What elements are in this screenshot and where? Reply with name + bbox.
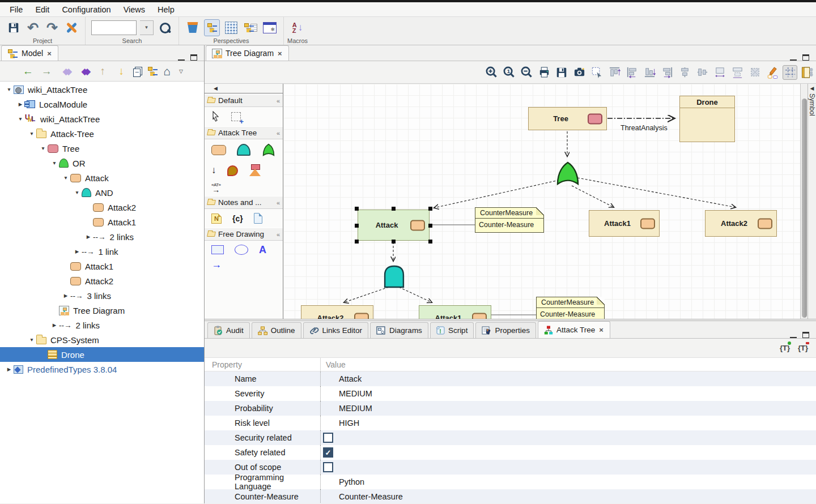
attack2-tag-icon[interactable]	[354, 313, 369, 319]
forward-arrow-icon[interactable]: →	[40, 65, 53, 78]
tab-attack-tree[interactable]: Attack Tree ×	[538, 321, 610, 338]
node-drone[interactable]: Drone	[679, 96, 735, 142]
move-up-icon[interactable]: ↑	[96, 65, 109, 78]
tree-item-wiki-attacktree[interactable]: ▼UMLwiki_AttackTree	[0, 112, 204, 126]
fit-page-icon[interactable]	[747, 65, 762, 80]
palette-document-tool[interactable]	[254, 213, 262, 224]
tree-item-attack2[interactable]: Attack2	[0, 200, 204, 215]
property-value[interactable]: HIGH	[339, 418, 359, 428]
palette-cursor-tool[interactable]	[211, 111, 220, 122]
property-row-risk-level[interactable]: Risk levelHIGH	[205, 416, 816, 430]
palette-rectangle-tool[interactable]	[211, 245, 224, 254]
window-perspective-icon[interactable]	[262, 19, 278, 36]
close-icon[interactable]: ×	[46, 49, 52, 58]
palette-and-gate-tool[interactable]	[237, 144, 250, 156]
search-dropdown-button[interactable]: ▼	[140, 20, 154, 35]
collapsed-arrow-icon[interactable]: ▶	[16, 101, 25, 107]
palette-bubble-node-tool[interactable]	[227, 165, 238, 176]
checkbox-unchecked[interactable]	[323, 433, 333, 443]
property-row-programming-language[interactable]: Programming LanguagePython	[205, 475, 816, 489]
expanded-arrow-icon[interactable]: ▼	[61, 175, 70, 181]
expanded-arrow-icon[interactable]: ▼	[27, 131, 36, 136]
menu-configuration[interactable]: Configuration	[56, 4, 117, 15]
palette-section-attack-tree[interactable]: Attack Tree «	[205, 126, 283, 139]
save-diagram-icon[interactable]	[554, 65, 569, 80]
tree-item-localmodule[interactable]: ▶LocalModule	[0, 97, 204, 112]
expanded-arrow-icon[interactable]: ▼	[16, 116, 25, 122]
format-painter-icon[interactable]	[765, 65, 780, 80]
print-icon[interactable]	[537, 65, 551, 80]
symbol-library-icon[interactable]	[800, 65, 815, 80]
palette-section-notes[interactable]: Notes and ... «	[205, 196, 283, 209]
expanded-arrow-icon[interactable]: ▼	[5, 87, 14, 92]
tab-audit[interactable]: Audit	[207, 322, 250, 338]
property-value[interactable]: Attack	[339, 374, 362, 383]
redo-icon[interactable]: ↷	[44, 19, 60, 36]
expand-symbol-panel-icon[interactable]: ◀	[810, 86, 814, 91]
tree-list-perspective-icon[interactable]	[243, 19, 258, 36]
undo-icon[interactable]: ↶	[25, 19, 41, 36]
tree-item-wiki-attacktree[interactable]: ▼wiki_AttackTree	[0, 82, 204, 97]
and-gate[interactable]	[384, 265, 405, 288]
distribute-icon[interactable]	[730, 65, 745, 80]
sort-az-macros-icon[interactable]: AZ↓	[290, 19, 305, 36]
center-horizontal-icon[interactable]	[677, 65, 692, 80]
selection-handle[interactable]	[428, 224, 432, 228]
countermeasure-note-2[interactable]: CounterMeasure Counter-Measure	[536, 297, 605, 319]
palette-section-free-drawing[interactable]: Free Drawing «	[205, 228, 283, 241]
tab-tree-diagram[interactable]: Tree Diagram ×	[206, 45, 289, 61]
diagram-canvas[interactable]: Tree Drone ThreatAnalysis Attack	[283, 84, 800, 319]
symbol-side-panel[interactable]: ◀ Symbol	[808, 84, 816, 319]
property-value[interactable]: Counter-Measure	[339, 492, 403, 501]
maximize-icon[interactable]	[802, 54, 809, 61]
tree-item-2-links[interactable]: ▶--→2 links	[0, 229, 204, 244]
property-row-probability[interactable]: ProbabilityMEDIUM	[205, 401, 816, 416]
remove-attribute-icon[interactable]: {T}	[798, 344, 808, 352]
close-icon[interactable]: ×	[598, 326, 604, 334]
tree-item-attack-tree[interactable]: ▼Attack-Tree	[0, 126, 204, 141]
center-vertical-icon[interactable]	[695, 65, 709, 80]
property-value[interactable]: MEDIUM	[339, 389, 372, 398]
align-bottom-icon[interactable]	[642, 65, 657, 80]
expanded-arrow-icon[interactable]: ▼	[39, 146, 48, 151]
node-attack[interactable]: Attack	[358, 210, 430, 241]
tab-diagrams[interactable]: Diagrams	[370, 322, 428, 338]
capture-selection-icon[interactable]	[589, 65, 604, 80]
expanded-arrow-icon[interactable]: ▼	[73, 190, 82, 195]
collapsed-arrow-icon[interactable]: ▶	[61, 293, 70, 298]
property-row-security-related[interactable]: Security related	[205, 430, 816, 445]
selection-handle[interactable]	[392, 240, 396, 244]
node-tree[interactable]: Tree	[528, 107, 607, 130]
node-attack2-bottom[interactable]: Attack2	[301, 305, 373, 319]
bucket-icon[interactable]	[185, 19, 201, 36]
tree-item-attack2[interactable]: Attack2	[0, 274, 204, 288]
minimize-icon[interactable]	[790, 332, 797, 338]
checkbox-checked[interactable]	[323, 447, 333, 458]
palette-collapse-button[interactable]: ◀	[205, 84, 283, 94]
collapsed-arrow-icon[interactable]: ▶	[50, 322, 59, 328]
zoom-in-icon[interactable]	[484, 65, 499, 80]
search-icon[interactable]	[157, 19, 173, 36]
palette-marquee-select-tool[interactable]	[231, 112, 241, 121]
tree-item-tree[interactable]: ▼Tree	[0, 141, 204, 156]
countermeasure-note-1[interactable]: CounterMeasure Counter-Measure	[475, 207, 544, 233]
palette-at-connector-tool[interactable]	[211, 183, 221, 192]
attack-tag-icon[interactable]	[410, 220, 425, 230]
palette-section-default[interactable]: Default «	[205, 94, 283, 107]
menu-file[interactable]: File	[3, 4, 29, 15]
property-row-severity[interactable]: SeverityMEDIUM	[205, 386, 816, 401]
save-icon[interactable]	[6, 19, 22, 36]
back-arrow-icon[interactable]: ←	[21, 65, 35, 78]
collapse-copy-icon[interactable]	[133, 67, 142, 76]
palette-attack-node-tool[interactable]	[211, 145, 226, 155]
add-attribute-icon[interactable]: {T}	[780, 344, 790, 352]
minimize-icon[interactable]	[178, 55, 185, 61]
node-attack1-bottom[interactable]: Attack1	[419, 305, 491, 319]
zoom-out-icon[interactable]	[519, 65, 534, 80]
minimize-icon[interactable]	[790, 55, 797, 61]
property-row-name[interactable]: NameAttack	[205, 371, 816, 386]
model-perspective-icon[interactable]	[204, 19, 220, 36]
selection-handle[interactable]	[355, 207, 359, 211]
collapse-section-icon[interactable]: «	[277, 231, 280, 238]
menu-views[interactable]: Views	[117, 4, 151, 15]
